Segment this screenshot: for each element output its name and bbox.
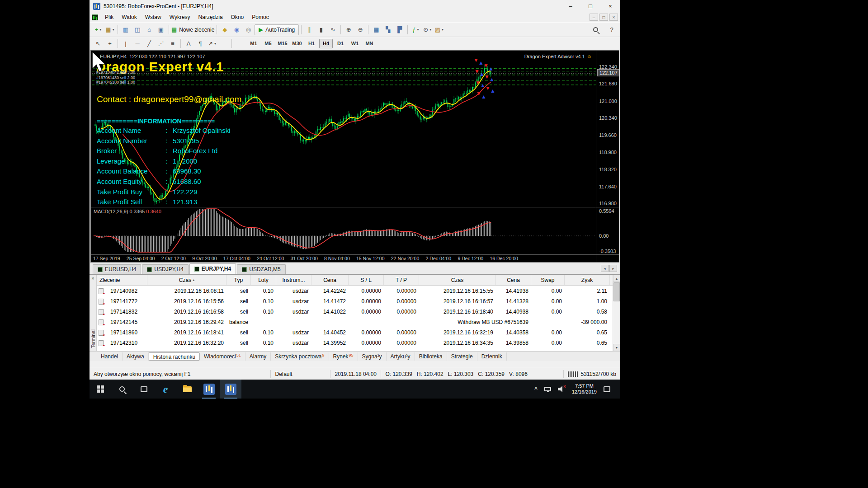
status-profile[interactable]: Default [271, 370, 330, 378]
action-center-icon[interactable] [604, 386, 610, 392]
column-header[interactable]: Loty [251, 275, 276, 285]
templates-button[interactable]: ▨▾ [434, 24, 444, 35]
scroll-up-button[interactable]: ▲ [613, 275, 620, 282]
terminal-tab-historia-rachunku[interactable]: Historia rachunku [149, 352, 200, 361]
timeframe-w1-button[interactable]: W1 [348, 39, 362, 48]
terminal-tab-rynek[interactable]: Rynek95 [329, 352, 358, 361]
menu-item[interactable]: Okno [227, 13, 248, 21]
nowe-zlecenie-button[interactable]: ▤Nowe zlecenie [171, 24, 214, 35]
terminal-tab-artyku-y[interactable]: Artyku³y [387, 352, 415, 361]
terminal-panel-button[interactable]: ▣ [156, 24, 166, 35]
fibonacci-tool-button[interactable]: ≡ [167, 38, 178, 49]
navigator-button[interactable]: ⌂ [144, 24, 155, 35]
tile-windows-button[interactable]: ▦ [371, 24, 382, 35]
label-tool-button[interactable]: ¶ [195, 38, 206, 49]
cascade-windows-button[interactable]: ▚ [382, 24, 393, 35]
terminal-close-button[interactable]: × [91, 276, 94, 281]
internet-explorer-button[interactable]: e [155, 380, 176, 399]
data-window-button[interactable]: ◫ [132, 24, 143, 35]
market-watch-button[interactable]: ▥ [120, 24, 131, 35]
column-header[interactable]: Cena [496, 275, 531, 285]
column-header[interactable]: Czas [419, 275, 496, 285]
horizontal-line-tool-button[interactable]: ─ [132, 38, 143, 49]
timeframe-mn-button[interactable]: MN [363, 39, 376, 48]
zoom-in-button[interactable]: ⊕ [343, 24, 354, 35]
timeframe-m30-button[interactable]: M30 [290, 39, 304, 48]
terminal-scrollbar[interactable]: ▲ ▼ [613, 275, 620, 351]
metaeditor-button[interactable]: ◆ [219, 24, 230, 35]
table-row[interactable]: 1971423102019.12.16 16:32:20sell0.10usdz… [97, 338, 613, 348]
table-row[interactable]: 1971409822019.12.16 16:08:11sell0.10usdz… [97, 286, 613, 296]
menu-item[interactable]: Plik [101, 13, 118, 21]
column-header[interactable]: Zlecenie [97, 275, 147, 285]
text-tool-button[interactable]: A [183, 38, 194, 49]
chart-tab-eurusd-h4[interactable]: EURUSD,H4 [93, 264, 141, 274]
timeframe-d1-button[interactable]: D1 [334, 39, 347, 48]
minimize-button[interactable]: – [561, 0, 580, 12]
terminal-tab-sygna-y[interactable]: Sygna³y [358, 352, 387, 361]
chart-tab-usdjpy-h4[interactable]: USDJPY,H4 [142, 264, 188, 274]
candlestick-chart-button[interactable]: ▮ [316, 24, 326, 35]
terminal-tab-dziennik[interactable]: Dziennik [477, 352, 507, 361]
menu-item[interactable]: Pomoc [248, 13, 273, 21]
timeframe-m15-button[interactable]: M15 [276, 39, 289, 48]
file-explorer-button[interactable] [176, 380, 198, 399]
hidden-icons-chevron[interactable]: ^ [534, 386, 538, 392]
timeframe-m1-button[interactable]: M1 [247, 39, 260, 48]
tray-clock[interactable]: 7:57 PM 12/16/2019 [572, 383, 597, 395]
terminal-tab-alarmy[interactable]: Alarmy [245, 352, 271, 361]
timeframe-h4-button[interactable]: H4 [319, 39, 333, 48]
terminal-tab-wiadomo-ci[interactable]: Wiadomoœci51 [200, 352, 245, 361]
vertical-line-tool-button[interactable]: | [120, 38, 131, 49]
terminal-tab-handel[interactable]: Handel [97, 352, 123, 361]
time-axis[interactable]: 17 Sep 201925 Sep 04:002 Oct 12:009 Oct … [93, 256, 518, 261]
terminal-tab-skrzynka-pocztowa[interactable]: Skrzynka pocztowa9 [271, 352, 329, 361]
mdi-restore-button[interactable]: □ [599, 14, 608, 21]
tab-scroll-right-button[interactable]: ▸ [609, 265, 617, 272]
column-header[interactable]: Zysk [565, 275, 610, 285]
new-order-split-button[interactable]: +▾ [93, 24, 104, 35]
periods-button[interactable]: ⊙▾ [422, 24, 433, 35]
mdi-minimize-button[interactable]: – [590, 14, 598, 21]
taskbar-search-button[interactable] [111, 380, 133, 399]
zoom-out-button[interactable]: ⊖ [355, 24, 366, 35]
table-row[interactable]: 1971421452019.12.16 16:29:42balanceWithd… [97, 317, 613, 327]
crosshair-tool-button[interactable]: + [104, 38, 115, 49]
line-chart-button[interactable]: ∿ [327, 24, 338, 35]
search-button[interactable] [590, 24, 601, 35]
ea-smiley-icon[interactable]: ☺ [587, 54, 592, 59]
terminal-tab-biblioteka[interactable]: Biblioteka [415, 352, 447, 361]
menu-item[interactable]: Wykresy [165, 13, 194, 21]
column-header[interactable]: Instrum... [276, 275, 311, 285]
trendline-tool-button[interactable]: ╱ [144, 38, 155, 49]
autotrading-button[interactable]: ▶AutoTrading [255, 24, 299, 35]
chart-tab-usdzar-m5[interactable]: USDZAR,M5 [237, 264, 285, 274]
volume-muted-icon[interactable]: × [558, 386, 565, 392]
tab-scroll-left-button[interactable]: ◂ [601, 265, 609, 272]
timeframe-m5-button[interactable]: M5 [261, 39, 275, 48]
profiles-button[interactable]: ▦▾ [104, 24, 115, 35]
arrange-windows-button[interactable]: ▛ [394, 24, 405, 35]
menu-item[interactable]: Wstaw [141, 13, 165, 21]
chart-tab-eurjpy-h4[interactable]: EURJPY,H4 [189, 263, 236, 274]
indicators-button[interactable]: ƒ▾ [410, 24, 421, 35]
timeframe-h1-button[interactable]: H1 [305, 39, 318, 48]
shapes-tool-button[interactable]: ↗▾ [207, 38, 217, 49]
column-header[interactable]: Typ [226, 275, 251, 285]
menu-item[interactable]: Widok [118, 13, 141, 21]
table-row[interactable]: 1971417722019.12.16 16:15:56sell0.10usdz… [97, 296, 613, 306]
column-header[interactable]: T / P [384, 275, 419, 285]
expert-advisors-button[interactable]: ◉ [231, 24, 242, 35]
terminal-tab-strategie[interactable]: Strategie [447, 352, 477, 361]
mt4-taskbar-button-1[interactable] [198, 380, 220, 399]
column-header[interactable]: Czas▴ [147, 275, 226, 285]
column-header[interactable]: S / L [349, 275, 384, 285]
task-view-button[interactable] [133, 380, 155, 399]
mt4-taskbar-button-2[interactable] [220, 380, 241, 399]
terminal-tab-aktywa[interactable]: Aktywa [123, 352, 149, 361]
context-help-button[interactable]: ? [606, 24, 617, 35]
network-icon[interactable] [544, 387, 551, 391]
channel-tool-button[interactable]: ⋰ [156, 38, 166, 49]
signals-button[interactable]: ◎ [243, 24, 254, 35]
column-header[interactable]: Swap [531, 275, 565, 285]
